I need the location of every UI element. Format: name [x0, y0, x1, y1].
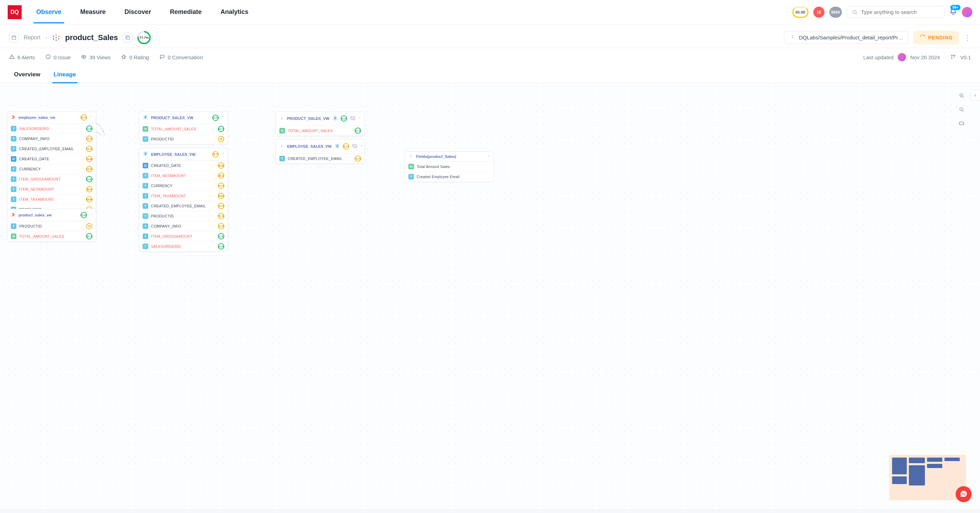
lineage-field-row[interactable]: T COMPANY_INFO 72.73 [139, 221, 228, 232]
search-input[interactable] [861, 9, 939, 15]
views-meta[interactable]: 39 Views [81, 54, 111, 60]
chat-bubble-icon: DQ [959, 490, 968, 499]
lineage-field-row[interactable]: T PRODUCTID 72.73 [139, 211, 228, 221]
lineage-field-row[interactable]: N TOTAL_AMOUNT_SALES 87.5 [7, 232, 96, 241]
nav-observe[interactable]: Observe [33, 1, 64, 23]
lineage-node[interactable]: PRODUCT_SALES_VW 82.49 ⌃ N TOTAL_AMOUNT_… [275, 111, 365, 136]
lineage-field-row[interactable]: N TOTAL_AMOUNT_SALES 87.5 [139, 124, 228, 134]
status-pending[interactable]: PENDING [913, 31, 959, 44]
lineage-field-row[interactable]: T PRODUCTID 75 [139, 134, 228, 144]
nav-remediate[interactable]: Remediate [167, 1, 204, 23]
lineage-field-row[interactable]: T ITEM_TAXAMOUNT 63.64 [139, 191, 228, 201]
score-circle[interactable]: 77.7% [137, 31, 151, 44]
lineage-field-row[interactable]: T CREATED_EMPLOYEE_EMAIL 72.73 [139, 201, 228, 211]
node-title: product_sales_vw [19, 213, 78, 217]
lineage-field-row[interactable]: T CREATED_EMPLOYEE_EMAIL 72.73 [276, 154, 364, 164]
chevron-right-icon: › [45, 35, 47, 40]
svg-text:DQ: DQ [962, 493, 966, 496]
node-header[interactable]: product_sales_vw 82.49 ⌃ [7, 209, 96, 221]
help-fab[interactable]: DQ [956, 486, 972, 502]
lineage-field-row[interactable]: T SALESORDERID 81.86 [7, 124, 96, 134]
search-box[interactable] [847, 6, 944, 18]
issues-meta[interactable]: 0 Issue [45, 54, 70, 60]
notifications-button[interactable]: 99+ [949, 8, 957, 16]
alerts-meta[interactable]: 6 Alerts [9, 54, 35, 60]
lineage-field-row[interactable]: T ITEM_GROSSAMOUNT 81.82 [7, 174, 96, 184]
conversation-meta[interactable]: 0 Conversation [159, 54, 203, 60]
count-pill[interactable]: 8659 [829, 6, 842, 18]
lineage-node[interactable]: EMPLOYEE_SALES_VW 72.71 ⌃ T CREATED_EMPL… [275, 139, 365, 164]
lineage-field-row[interactable]: N TOTAL_AMOUNT_SALES 87.5 [276, 126, 364, 135]
lineage-node[interactable]: EMPLOYEE_SALES_VW 72.71 ⌃ D CREATED_DATE… [139, 148, 228, 252]
zoom-in-button[interactable] [957, 91, 966, 100]
lineage-field-row[interactable]: T ITEM_TAXAMOUNT 63.64 [7, 194, 96, 205]
rating-meta[interactable]: 0 Rating [121, 54, 149, 60]
more-menu[interactable]: ⋮ [964, 33, 971, 42]
lineage-field-row[interactable]: T ITEM_GROSSAMOUNT 81.82 [139, 232, 228, 241]
lineage-field-row[interactable]: T CURRENCY 72.73 [7, 164, 96, 174]
tab-lineage[interactable]: Lineage [52, 66, 78, 83]
lineage-canvas[interactable]: employee_sales_vw 72.71 ⌃ T SALESORDERID… [0, 83, 980, 509]
chevron-up-icon[interactable]: ⌃ [90, 213, 92, 217]
alerts-pill[interactable]: 16 [813, 6, 824, 18]
lineage-node[interactable]: employee_sales_vw 72.71 ⌃ T SALESORDERID… [7, 111, 96, 215]
field-score: 72.73 [355, 156, 361, 162]
nav-analytics[interactable]: Analytics [218, 1, 251, 23]
panel-collapse-button[interactable]: ‹ [970, 90, 980, 101]
output-field-row[interactable]: T Created Employee Email [405, 172, 493, 182]
dbt-icon [11, 212, 16, 218]
lineage-field-row[interactable]: T ITEM_NETAMOUNT 63.4 [7, 184, 96, 194]
lineage-field-row[interactable]: T SALESORDERID 81.86 [139, 241, 228, 251]
star-icon [121, 54, 127, 60]
node-header[interactable]: EMPLOYEE_SALES_VW 72.71 ⌃ [276, 140, 364, 154]
zoom-out-button[interactable] [957, 105, 966, 114]
chevron-up-icon[interactable]: ⌃ [360, 145, 363, 148]
chevron-up-icon[interactable]: ⌃ [90, 116, 92, 119]
node-header[interactable]: EMPLOYEE_SALES_VW 72.71 ⌃ [139, 148, 228, 160]
user-avatar[interactable] [962, 7, 972, 17]
lineage-field-row[interactable]: T ITEM_NETAMOUNT 63.4 [139, 171, 228, 181]
node-header[interactable]: PRODUCT_SALES_VW 82.49 ⌃ [276, 111, 364, 126]
field-score: 87.5 [86, 233, 92, 240]
lineage-node[interactable]: product_sales_vw 82.49 ⌃ T PRODUCTID 75 … [7, 209, 96, 241]
tableau-icon [408, 154, 413, 159]
copy-button[interactable] [123, 33, 132, 43]
node-score: 82.49 [81, 212, 87, 218]
fields-node[interactable]: Fields(product_Sales) ⌃ N Total Amount S… [404, 151, 494, 182]
output-field-row[interactable]: N Total Amount Sales [405, 162, 493, 172]
lineage-field-row[interactable]: T CREATED_EMPLOYEE_EMAIL 72.73 [7, 144, 96, 154]
node-header[interactable]: employee_sales_vw 72.71 ⌃ [7, 111, 96, 124]
dbt-icon [11, 115, 16, 121]
tab-overview[interactable]: Overview [13, 66, 42, 83]
field-name: PRODUCTID [151, 137, 215, 141]
updater-avatar[interactable] [898, 53, 906, 61]
field-name: PRODUCTID [151, 214, 215, 218]
nav-discover[interactable]: Discover [122, 1, 154, 23]
minimap[interactable] [889, 455, 966, 500]
chevron-up-icon[interactable]: ⌃ [221, 116, 224, 119]
node-header[interactable]: PRODUCT_SALES_VW 82.49 ⌃ [139, 111, 228, 124]
field-name: COMPANY_INFO [19, 137, 83, 141]
chevron-up-icon[interactable]: ⌃ [221, 152, 224, 156]
type-badge: T [408, 174, 414, 179]
type-badge: T [143, 193, 148, 199]
lineage-field-row[interactable]: D CREATED_DATE 70.04 [7, 154, 96, 164]
svg-point-4 [83, 56, 84, 57]
lineage-field-row[interactable]: T CURRENCY 72.73 [139, 181, 228, 191]
breadcrumb-root[interactable]: Report [24, 35, 40, 41]
score-pill[interactable]: 65.98 [792, 6, 808, 18]
svg-point-5 [951, 55, 953, 56]
field-score: 72.73 [218, 223, 224, 229]
lineage-field-row[interactable]: T COMPANY_INFO 72.73 [7, 134, 96, 144]
nav-measure[interactable]: Measure [78, 1, 108, 23]
fit-button[interactable] [957, 119, 966, 128]
lineage-field-row[interactable]: D CREATED_DATE 70.04 [139, 160, 228, 171]
lineage-node[interactable]: PRODUCT_SALES_VW 82.49 ⌃ N TOTAL_AMOUNT_… [139, 111, 228, 144]
chevron-up-icon[interactable]: ⌃ [487, 155, 490, 159]
eye-icon [81, 54, 86, 60]
chevron-up-icon[interactable]: ⌃ [358, 117, 361, 121]
type-badge: T [11, 126, 16, 131]
lineage-field-row[interactable]: T PRODUCTID 75 [7, 221, 96, 232]
node-title: EMPLOYEE_SALES_VW [151, 152, 210, 156]
asset-path[interactable]: DQLabs/Samples/Product_detail_report/Pr… [784, 31, 908, 44]
